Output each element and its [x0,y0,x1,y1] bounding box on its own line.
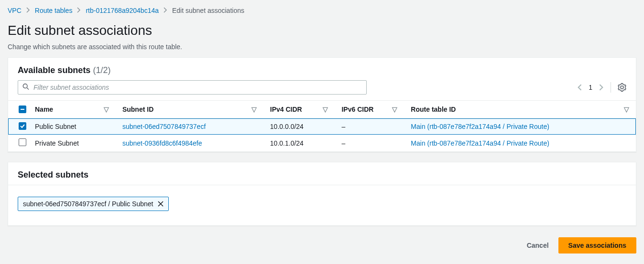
table-row[interactable]: Public Subnet subnet-06ed7507849737ecf 1… [8,118,636,135]
save-associations-button[interactable]: Save associations [558,237,636,253]
prev-page-button[interactable] [577,84,582,91]
available-subnets-panel: Available subnets (1/2) 1 [8,57,636,152]
cell-name: Private Subnet [28,135,116,152]
sort-icon: ▽ [104,106,109,113]
cell-ipv6: – [335,118,404,135]
row-checkbox[interactable] [19,122,26,130]
breadcrumb: VPC Route tables rtb-0121768a9204bc14a E… [8,7,636,14]
breadcrumb-current: Edit subnet associations [172,7,244,14]
sort-icon: ▽ [392,106,397,113]
action-bar: Cancel Save associations [8,235,636,253]
filter-input[interactable] [18,80,367,95]
divider [611,82,611,93]
chip-label: subnet-06ed7507849737ecf / Public Subnet [23,200,153,208]
breadcrumb-rtb-id[interactable]: rtb-0121768a9204bc14a [86,7,159,14]
breadcrumb-vpc[interactable]: VPC [8,7,22,14]
sort-icon: ▽ [323,106,328,113]
column-header-name[interactable]: Name▽ [28,101,116,118]
column-header-subnet-id[interactable]: Subnet ID▽ [116,101,263,118]
svg-line-1 [27,88,29,90]
breadcrumb-route-tables[interactable]: Route tables [35,7,73,14]
route-table-link[interactable]: Main (rtb-087e78e7f2a174a94 / Private Ro… [411,139,549,147]
svg-point-0 [23,84,27,88]
select-all-checkbox[interactable] [19,106,26,113]
selected-subnets-panel: Selected subnets subnet-06ed7507849737ec… [8,162,636,226]
cancel-button[interactable]: Cancel [525,238,551,253]
chevron-right-icon [77,7,81,14]
page-number: 1 [589,84,592,91]
available-subnets-title: Available subnets [18,65,90,75]
cell-ipv4: 10.0.0.0/24 [263,118,335,135]
cell-name: Public Subnet [28,118,116,135]
svg-rect-2 [21,109,24,110]
page-title: Edit subnet associations [8,23,636,38]
subnets-table: Name▽ Subnet ID▽ IPv4 CIDR▽ IPv6 CIDR▽ R… [8,100,636,152]
next-page-button[interactable] [599,84,604,91]
column-header-ipv6[interactable]: IPv6 CIDR▽ [335,101,404,118]
sort-icon: ▽ [624,106,629,113]
subnet-id-link[interactable]: subnet-0936fd8c6f4984efe [122,139,202,147]
available-subnets-count: (1/2) [93,65,110,75]
remove-chip-button[interactable] [158,201,164,207]
chevron-right-icon [164,7,167,14]
page-subtitle: Change which subnets are associated with… [8,43,636,51]
table-row[interactable]: Private Subnet subnet-0936fd8c6f4984efe … [8,135,636,152]
selected-subnets-title: Selected subnets [18,170,88,180]
route-table-link[interactable]: Main (rtb-087e78e7f2a174a94 / Private Ro… [411,123,549,130]
cell-ipv4: 10.0.1.0/24 [263,135,335,152]
chevron-right-icon [26,7,30,14]
settings-button[interactable] [618,83,626,92]
column-header-ipv4[interactable]: IPv4 CIDR▽ [263,101,335,118]
sort-icon: ▽ [251,106,257,113]
cell-ipv6: – [335,135,404,152]
search-icon [22,84,29,92]
selected-subnet-chip: subnet-06ed7507849737ecf / Public Subnet [18,197,169,211]
subnet-id-link[interactable]: subnet-06ed7507849737ecf [122,123,206,130]
column-header-route-table[interactable]: Route table ID▽ [404,101,636,118]
row-checkbox[interactable] [19,138,26,146]
